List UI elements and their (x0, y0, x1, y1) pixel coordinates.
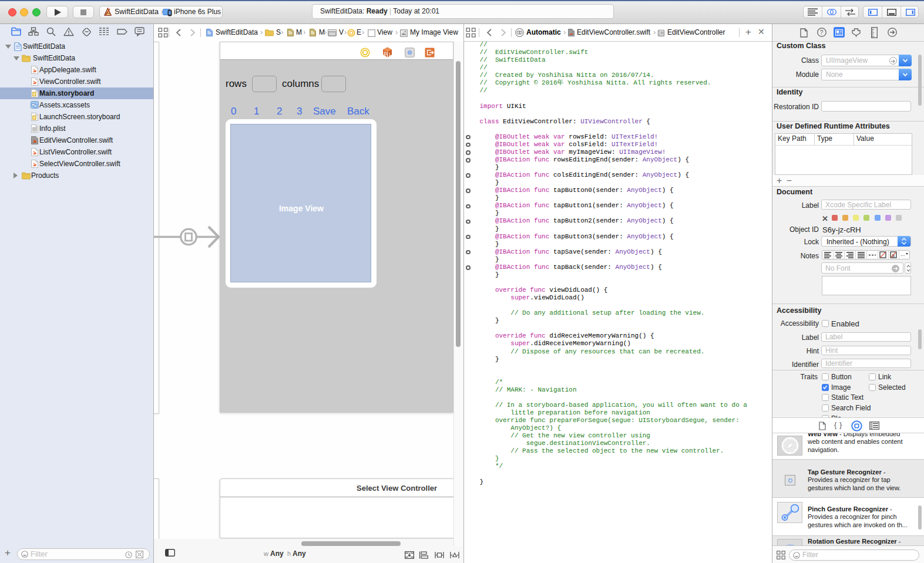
svg-text:...: ... (901, 251, 905, 257)
svg-text:1: 1 (389, 52, 391, 56)
svg-text:C: C (659, 30, 663, 36)
svg-text:?: ? (820, 29, 824, 36)
